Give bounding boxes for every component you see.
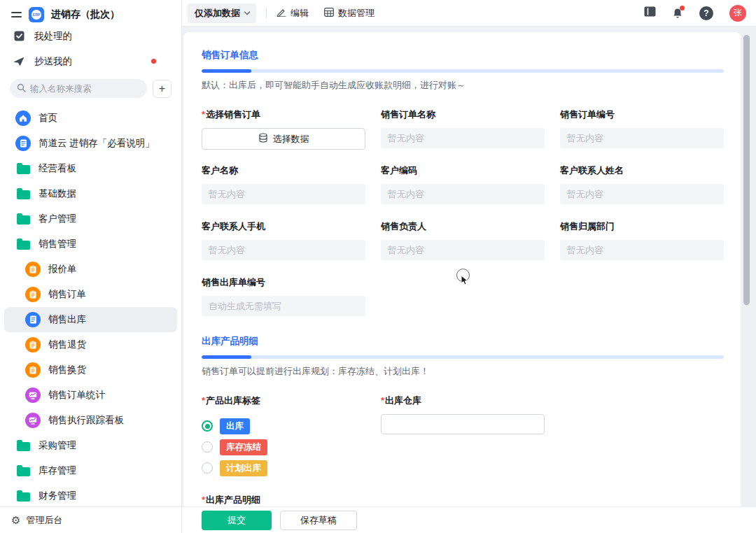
gear-icon: ⚙	[11, 515, 20, 525]
app-logo-icon: ERP	[29, 7, 44, 22]
sidebar-item-label: 管理后台	[26, 514, 62, 527]
sidebar-item-order-stats[interactable]: 销售订单统计	[4, 383, 177, 408]
notifications-bell-icon[interactable]	[672, 8, 683, 19]
field-label: 销售出库单编号	[202, 276, 365, 289]
field-select-order: 选择销售订单 选择数据	[202, 108, 365, 148]
readonly-field: 暂无内容	[202, 184, 365, 204]
section-progress-bar	[202, 355, 724, 359]
data-management-button[interactable]: 数据管理	[324, 7, 374, 20]
app-title: 进销存（批次）	[51, 8, 120, 21]
sidebar-item-label: 报价单	[48, 263, 77, 276]
table-grid-icon	[324, 8, 334, 19]
sidebar-item-label: 销售执行跟踪看板	[48, 414, 124, 427]
add-button[interactable]: +	[153, 80, 172, 98]
readonly-field: 自动生成无需填写	[202, 296, 365, 316]
readonly-field: 暂无内容	[560, 240, 724, 260]
topbar: 仅添加数据 编辑 数据管理 ? 张	[182, 0, 756, 27]
readonly-field: 暂无内容	[381, 128, 545, 148]
sidebar-item-home[interactable]: 首页	[4, 106, 177, 131]
send-icon	[11, 56, 27, 67]
tag-planned: 计划出库	[220, 460, 267, 476]
panel-toggle-icon[interactable]	[644, 6, 656, 20]
sidebar-item-guide[interactable]: 简道云 进销存「必看说明」	[4, 131, 177, 156]
section-title-order-info: 销售订单信息	[202, 49, 724, 62]
search-box[interactable]	[10, 79, 147, 98]
readonly-field: 暂无内容	[381, 184, 545, 204]
chart-icon	[25, 388, 41, 403]
save-draft-button[interactable]: 保存草稿	[280, 511, 357, 530]
sidebar-item-label: 销售管理	[38, 238, 76, 250]
chevron-down-icon	[244, 9, 250, 15]
field-customer-code: 客户编码 暂无内容	[381, 164, 545, 204]
sidebar-item-label: 采购管理	[38, 439, 76, 452]
sidebar-item-inventory-mgmt[interactable]: 库存管理	[4, 458, 177, 483]
sidebar-item-label: 简道云 进销存「必看说明」	[38, 137, 155, 150]
help-icon[interactable]: ?	[699, 6, 713, 20]
sidebar-item-base-data[interactable]: 基础数据	[4, 181, 177, 206]
sidebar-item-sales-mgmt[interactable]: 销售管理	[4, 232, 177, 257]
pencil-icon	[276, 7, 286, 19]
sidebar-item-label: 销售换货	[48, 364, 86, 376]
submit-button[interactable]: 提交	[202, 511, 272, 530]
database-icon	[258, 133, 268, 145]
form-icon	[25, 262, 41, 277]
field-outbound-tag: 产品出库标签 出库 库存冻结	[202, 395, 365, 478]
sidebar-item-cc-to-me[interactable]: 抄送我的	[0, 50, 181, 73]
folder-icon	[15, 188, 31, 199]
avatar[interactable]: 张	[729, 5, 746, 22]
main-area: 仅添加数据 编辑 数据管理 ? 张 销售订单信息 默认：出库后，即可智能助	[182, 0, 756, 533]
select-data-label: 选择数据	[273, 133, 309, 145]
folder-open-icon	[15, 239, 31, 250]
sidebar-item-sales-tracking-board[interactable]: 销售执行跟踪看板	[4, 408, 177, 433]
form-icon	[25, 287, 41, 302]
radio-icon	[202, 462, 213, 474]
section-title-outbound-detail: 出库产品明细	[202, 335, 724, 348]
collapse-sidebar-icon[interactable]	[11, 12, 22, 17]
sidebar-header: ERP 进销存（批次）	[0, 0, 181, 22]
sidebar-item-sales-order[interactable]: 销售订单	[4, 282, 177, 307]
warehouse-input[interactable]	[381, 414, 545, 434]
field-label: 产品出库标签	[202, 395, 365, 407]
scrollbar-thumb[interactable]	[743, 35, 750, 305]
field-contact-phone: 客户联系人手机 暂无内容	[202, 220, 365, 260]
field-warehouse: 出库仓库	[381, 395, 545, 478]
field-label: 出库仓库	[381, 395, 545, 407]
sidebar-item-purchase-mgmt[interactable]: 采购管理	[4, 433, 177, 458]
notification-dot	[680, 6, 685, 10]
sidebar-item-sales-exchange[interactable]: 销售换货	[4, 357, 177, 383]
sidebar-search-row: +	[0, 73, 181, 104]
mode-label: 仅添加数据	[195, 7, 240, 20]
sidebar-item-label: 我处理的	[34, 30, 72, 43]
sidebar-item-customer-mgmt[interactable]: 客户管理	[4, 206, 177, 232]
select-data-button[interactable]: 选择数据	[202, 128, 365, 150]
field-grid-2: 产品出库标签 出库 库存冻结	[202, 395, 724, 478]
form-icon	[25, 337, 41, 353]
sidebar-item-business-board[interactable]: 经营看板	[4, 156, 177, 181]
sidebar-item-sales-outbound[interactable]: 销售出库	[4, 307, 177, 332]
field-label: 选择销售订单	[202, 108, 365, 121]
field-label: 客户编码	[381, 164, 545, 177]
field-order-name: 销售订单名称 暂无内容	[381, 108, 545, 148]
edit-button[interactable]: 编辑	[276, 7, 309, 20]
search-input[interactable]	[30, 84, 140, 94]
section-description: 默认：出库后，即可智能助手自动生成应收账款明细，进行对账～	[202, 79, 724, 92]
sidebar-item-label: 销售出库	[48, 313, 86, 326]
radio-option-outbound[interactable]: 出库	[202, 415, 365, 436]
sidebar-item-finance-mgmt[interactable]: 财务管理	[4, 483, 177, 506]
doc-icon	[15, 136, 31, 151]
field-customer-name: 客户名称 暂无内容	[202, 164, 365, 204]
add-data-mode-dropdown[interactable]: 仅添加数据	[188, 3, 256, 23]
radio-selected-icon	[202, 420, 213, 432]
sidebar-item-label: 销售订单	[48, 288, 86, 301]
field-grid-1: 选择销售订单 选择数据 销售订单名称 暂无内容 销售订单编号 暂无内容	[202, 108, 724, 316]
folder-icon	[15, 490, 31, 502]
home-icon	[15, 111, 31, 126]
radio-option-planned[interactable]: 计划出库	[202, 457, 365, 478]
sidebar-item-quotation[interactable]: 报价单	[4, 257, 177, 282]
sidebar-item-sales-return[interactable]: 销售退货	[4, 332, 177, 357]
sidebar-item-admin-console[interactable]: ⚙ 管理后台	[0, 506, 181, 533]
sidebar: ERP 进销存（批次） 我处理的 抄送我的 + 首页 简道云 进销存「必看	[0, 0, 182, 533]
sidebar-item-my-tasks[interactable]: 我处理的	[0, 24, 181, 48]
readonly-field: 暂无内容	[560, 128, 724, 148]
radio-option-freeze[interactable]: 库存冻结	[202, 436, 365, 457]
